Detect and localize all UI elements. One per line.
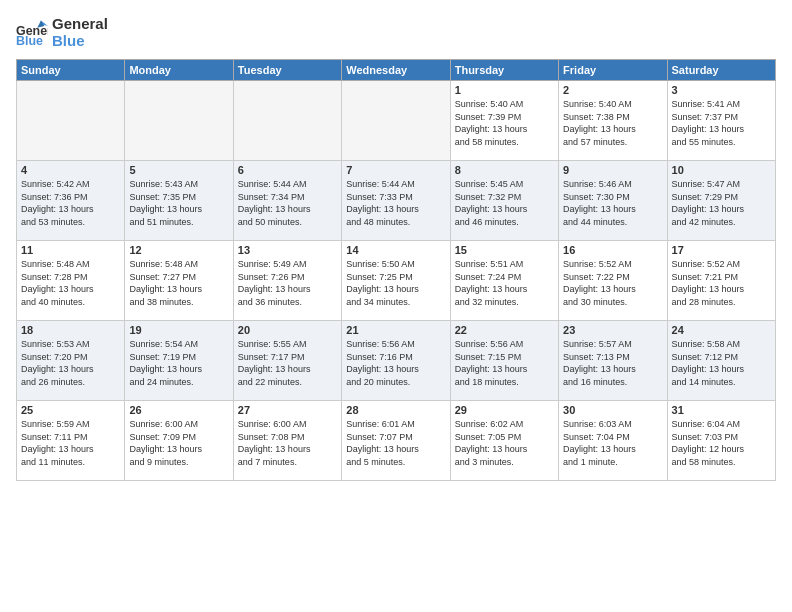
day-info: Sunrise: 6:01 AM Sunset: 7:07 PM Dayligh… <box>346 418 445 468</box>
day-info: Sunrise: 5:56 AM Sunset: 7:15 PM Dayligh… <box>455 338 554 388</box>
day-info: Sunrise: 5:48 AM Sunset: 7:27 PM Dayligh… <box>129 258 228 308</box>
weekday-header-tuesday: Tuesday <box>233 60 341 81</box>
day-number: 4 <box>21 164 120 176</box>
calendar-day-cell: 4Sunrise: 5:42 AM Sunset: 7:36 PM Daylig… <box>17 161 125 241</box>
calendar-day-cell: 7Sunrise: 5:44 AM Sunset: 7:33 PM Daylig… <box>342 161 450 241</box>
day-info: Sunrise: 5:59 AM Sunset: 7:11 PM Dayligh… <box>21 418 120 468</box>
day-number: 31 <box>672 404 771 416</box>
day-info: Sunrise: 5:46 AM Sunset: 7:30 PM Dayligh… <box>563 178 662 228</box>
calendar-day-cell: 1Sunrise: 5:40 AM Sunset: 7:39 PM Daylig… <box>450 81 558 161</box>
day-info: Sunrise: 5:41 AM Sunset: 7:37 PM Dayligh… <box>672 98 771 148</box>
calendar-day-cell: 9Sunrise: 5:46 AM Sunset: 7:30 PM Daylig… <box>559 161 667 241</box>
day-info: Sunrise: 5:40 AM Sunset: 7:38 PM Dayligh… <box>563 98 662 148</box>
day-number: 22 <box>455 324 554 336</box>
day-number: 27 <box>238 404 337 416</box>
calendar-day-cell: 12Sunrise: 5:48 AM Sunset: 7:27 PM Dayli… <box>125 241 233 321</box>
calendar-day-cell: 14Sunrise: 5:50 AM Sunset: 7:25 PM Dayli… <box>342 241 450 321</box>
calendar-day-cell: 26Sunrise: 6:00 AM Sunset: 7:09 PM Dayli… <box>125 401 233 481</box>
day-info: Sunrise: 5:49 AM Sunset: 7:26 PM Dayligh… <box>238 258 337 308</box>
calendar-day-cell: 16Sunrise: 5:52 AM Sunset: 7:22 PM Dayli… <box>559 241 667 321</box>
calendar-week-row: 18Sunrise: 5:53 AM Sunset: 7:20 PM Dayli… <box>17 321 776 401</box>
day-info: Sunrise: 5:44 AM Sunset: 7:33 PM Dayligh… <box>346 178 445 228</box>
calendar-table: SundayMondayTuesdayWednesdayThursdayFrid… <box>16 59 776 481</box>
day-info: Sunrise: 5:52 AM Sunset: 7:21 PM Dayligh… <box>672 258 771 308</box>
logo-general: General <box>52 16 108 33</box>
day-number: 21 <box>346 324 445 336</box>
empty-cell <box>17 81 125 161</box>
calendar-day-cell: 2Sunrise: 5:40 AM Sunset: 7:38 PM Daylig… <box>559 81 667 161</box>
day-number: 10 <box>672 164 771 176</box>
calendar-day-cell: 25Sunrise: 5:59 AM Sunset: 7:11 PM Dayli… <box>17 401 125 481</box>
day-number: 26 <box>129 404 228 416</box>
day-number: 20 <box>238 324 337 336</box>
day-number: 18 <box>21 324 120 336</box>
page: General Blue General Blue SundayMondayTu… <box>0 0 792 612</box>
day-number: 24 <box>672 324 771 336</box>
calendar-day-cell: 17Sunrise: 5:52 AM Sunset: 7:21 PM Dayli… <box>667 241 775 321</box>
calendar-day-cell: 21Sunrise: 5:56 AM Sunset: 7:16 PM Dayli… <box>342 321 450 401</box>
weekday-header-wednesday: Wednesday <box>342 60 450 81</box>
day-info: Sunrise: 5:55 AM Sunset: 7:17 PM Dayligh… <box>238 338 337 388</box>
logo-bird-icon: General Blue <box>16 17 48 49</box>
day-number: 19 <box>129 324 228 336</box>
day-info: Sunrise: 5:54 AM Sunset: 7:19 PM Dayligh… <box>129 338 228 388</box>
day-number: 8 <box>455 164 554 176</box>
calendar-day-cell: 15Sunrise: 5:51 AM Sunset: 7:24 PM Dayli… <box>450 241 558 321</box>
day-number: 5 <box>129 164 228 176</box>
logo: General Blue General Blue <box>16 16 108 49</box>
day-number: 16 <box>563 244 662 256</box>
calendar-week-row: 25Sunrise: 5:59 AM Sunset: 7:11 PM Dayli… <box>17 401 776 481</box>
header: General Blue General Blue <box>16 16 776 49</box>
calendar-day-cell: 31Sunrise: 6:04 AM Sunset: 7:03 PM Dayli… <box>667 401 775 481</box>
day-info: Sunrise: 6:00 AM Sunset: 7:09 PM Dayligh… <box>129 418 228 468</box>
day-info: Sunrise: 6:02 AM Sunset: 7:05 PM Dayligh… <box>455 418 554 468</box>
day-info: Sunrise: 5:52 AM Sunset: 7:22 PM Dayligh… <box>563 258 662 308</box>
day-number: 7 <box>346 164 445 176</box>
day-info: Sunrise: 5:58 AM Sunset: 7:12 PM Dayligh… <box>672 338 771 388</box>
empty-cell <box>233 81 341 161</box>
day-info: Sunrise: 5:44 AM Sunset: 7:34 PM Dayligh… <box>238 178 337 228</box>
weekday-header-monday: Monday <box>125 60 233 81</box>
calendar-day-cell: 5Sunrise: 5:43 AM Sunset: 7:35 PM Daylig… <box>125 161 233 241</box>
day-number: 13 <box>238 244 337 256</box>
calendar-day-cell: 24Sunrise: 5:58 AM Sunset: 7:12 PM Dayli… <box>667 321 775 401</box>
calendar-day-cell: 20Sunrise: 5:55 AM Sunset: 7:17 PM Dayli… <box>233 321 341 401</box>
calendar-day-cell: 11Sunrise: 5:48 AM Sunset: 7:28 PM Dayli… <box>17 241 125 321</box>
calendar-day-cell: 29Sunrise: 6:02 AM Sunset: 7:05 PM Dayli… <box>450 401 558 481</box>
day-info: Sunrise: 5:50 AM Sunset: 7:25 PM Dayligh… <box>346 258 445 308</box>
day-info: Sunrise: 5:53 AM Sunset: 7:20 PM Dayligh… <box>21 338 120 388</box>
day-info: Sunrise: 5:43 AM Sunset: 7:35 PM Dayligh… <box>129 178 228 228</box>
empty-cell <box>342 81 450 161</box>
weekday-header-saturday: Saturday <box>667 60 775 81</box>
day-info: Sunrise: 5:57 AM Sunset: 7:13 PM Dayligh… <box>563 338 662 388</box>
day-number: 3 <box>672 84 771 96</box>
day-number: 30 <box>563 404 662 416</box>
day-number: 12 <box>129 244 228 256</box>
day-info: Sunrise: 5:51 AM Sunset: 7:24 PM Dayligh… <box>455 258 554 308</box>
calendar-week-row: 1Sunrise: 5:40 AM Sunset: 7:39 PM Daylig… <box>17 81 776 161</box>
calendar-week-row: 11Sunrise: 5:48 AM Sunset: 7:28 PM Dayli… <box>17 241 776 321</box>
day-number: 17 <box>672 244 771 256</box>
day-number: 23 <box>563 324 662 336</box>
day-number: 11 <box>21 244 120 256</box>
weekday-header-friday: Friday <box>559 60 667 81</box>
weekday-header-row: SundayMondayTuesdayWednesdayThursdayFrid… <box>17 60 776 81</box>
weekday-header-sunday: Sunday <box>17 60 125 81</box>
day-number: 2 <box>563 84 662 96</box>
day-number: 6 <box>238 164 337 176</box>
calendar-day-cell: 3Sunrise: 5:41 AM Sunset: 7:37 PM Daylig… <box>667 81 775 161</box>
calendar-day-cell: 10Sunrise: 5:47 AM Sunset: 7:29 PM Dayli… <box>667 161 775 241</box>
calendar-day-cell: 8Sunrise: 5:45 AM Sunset: 7:32 PM Daylig… <box>450 161 558 241</box>
calendar-day-cell: 23Sunrise: 5:57 AM Sunset: 7:13 PM Dayli… <box>559 321 667 401</box>
day-info: Sunrise: 5:47 AM Sunset: 7:29 PM Dayligh… <box>672 178 771 228</box>
day-info: Sunrise: 5:45 AM Sunset: 7:32 PM Dayligh… <box>455 178 554 228</box>
day-info: Sunrise: 6:03 AM Sunset: 7:04 PM Dayligh… <box>563 418 662 468</box>
calendar-week-row: 4Sunrise: 5:42 AM Sunset: 7:36 PM Daylig… <box>17 161 776 241</box>
logo-blue: Blue <box>52 33 108 50</box>
day-info: Sunrise: 6:04 AM Sunset: 7:03 PM Dayligh… <box>672 418 771 468</box>
day-number: 29 <box>455 404 554 416</box>
calendar-day-cell: 6Sunrise: 5:44 AM Sunset: 7:34 PM Daylig… <box>233 161 341 241</box>
svg-text:Blue: Blue <box>16 34 43 48</box>
day-number: 14 <box>346 244 445 256</box>
calendar-day-cell: 28Sunrise: 6:01 AM Sunset: 7:07 PM Dayli… <box>342 401 450 481</box>
